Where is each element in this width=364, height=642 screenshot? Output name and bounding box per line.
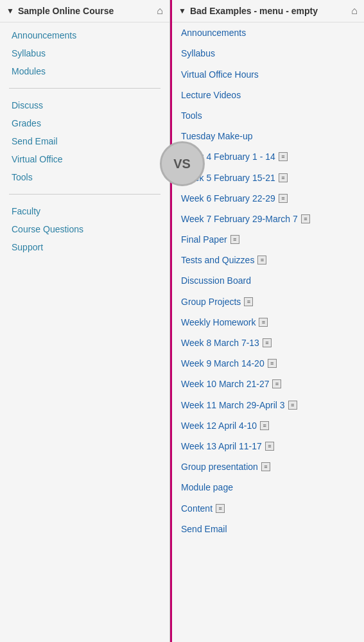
right-nav-item-9[interactable]: Week 7 February 29-March 7≡ <box>172 209 364 229</box>
sub-icon-8: ≡ <box>279 194 288 203</box>
sub-icon-15: ≡ <box>263 338 272 347</box>
right-nav-item-10[interactable]: Final Paper≡ <box>172 229 364 250</box>
left-nav-virtual-office[interactable]: Virtual Office <box>0 150 169 168</box>
sub-icon-16: ≡ <box>268 359 277 368</box>
sub-icon-19: ≡ <box>260 421 269 430</box>
left-nav-discuss[interactable]: Discuss <box>0 96 169 114</box>
left-arrow-icon: ▼ <box>6 6 14 15</box>
sub-icon-6: ≡ <box>279 152 288 161</box>
right-nav: AnnouncementsSyllabusVirtual Office Hour… <box>172 22 364 539</box>
right-nav-item-1[interactable]: Syllabus <box>172 43 364 64</box>
left-nav-faculty[interactable]: Faculty <box>0 202 169 220</box>
vs-circle: VS <box>160 141 205 186</box>
right-nav-item-14[interactable]: Weekly Homework≡ <box>172 312 364 333</box>
sub-icon-11: ≡ <box>257 256 266 265</box>
right-arrow-icon: ▼ <box>178 6 186 15</box>
left-nav-modules[interactable]: Modules <box>0 62 169 80</box>
left-panel: ▼ Sample Online Course ⌂ Announcements S… <box>0 0 170 642</box>
right-nav-item-21[interactable]: Group presentation≡ <box>172 456 364 477</box>
right-nav-item-11[interactable]: Tests and Quizzes≡ <box>172 250 364 270</box>
right-nav-item-17[interactable]: Week 10 March 21-27≡ <box>172 374 364 394</box>
vs-label: VS <box>173 157 191 171</box>
left-top-nav: Announcements Syllabus Modules <box>0 22 169 84</box>
left-panel-title: Sample Online Course <box>18 6 157 16</box>
left-nav-support[interactable]: Support <box>0 238 169 256</box>
right-nav-item-22[interactable]: Module page <box>172 477 364 498</box>
right-nav-item-13[interactable]: Group Projects≡ <box>172 291 364 312</box>
right-nav-item-4[interactable]: Tools <box>172 105 364 126</box>
right-nav-item-24[interactable]: Send Email <box>172 519 364 539</box>
sub-icon-13: ≡ <box>244 297 253 306</box>
left-nav-grades[interactable]: Grades <box>0 114 169 132</box>
right-panel: ▼ Bad Examples - menu - empty ⌂ Announce… <box>170 0 364 642</box>
left-mid-nav: Discuss Grades Send Email Virtual Office… <box>0 92 169 190</box>
left-nav-tools[interactable]: Tools <box>0 168 169 186</box>
sub-icon-18: ≡ <box>288 401 297 410</box>
sub-icon-20: ≡ <box>265 442 274 451</box>
sub-icon-17: ≡ <box>272 379 281 388</box>
right-nav-item-3[interactable]: Lecture Videos <box>172 85 364 105</box>
main-container: ▼ Sample Online Course ⌂ Announcements S… <box>0 0 364 642</box>
left-divider-1 <box>9 88 160 89</box>
right-nav-item-15[interactable]: Week 8 March 7-13≡ <box>172 333 364 353</box>
right-home-icon[interactable]: ⌂ <box>351 5 358 17</box>
right-nav-item-19[interactable]: Week 12 April 4-10≡ <box>172 415 364 436</box>
right-nav-item-12[interactable]: Discussion Board <box>172 270 364 291</box>
right-nav-item-20[interactable]: Week 13 April 11-17≡ <box>172 436 364 456</box>
right-nav-item-18[interactable]: Week 11 March 29-April 3≡ <box>172 395 364 415</box>
sub-icon-10: ≡ <box>230 235 239 244</box>
right-nav-item-0[interactable]: Announcements <box>172 22 364 43</box>
left-bottom-nav: Faculty Course Questions Support <box>0 198 169 260</box>
sub-icon-14: ≡ <box>259 318 268 327</box>
right-nav-item-23[interactable]: Content≡ <box>172 498 364 519</box>
right-nav-item-8[interactable]: Week 6 February 22-29≡ <box>172 188 364 209</box>
right-nav-item-2[interactable]: Virtual Office Hours <box>172 64 364 85</box>
left-panel-header: ▼ Sample Online Course ⌂ <box>0 0 169 22</box>
sub-icon-23: ≡ <box>216 504 225 513</box>
right-panel-header: ▼ Bad Examples - menu - empty ⌂ <box>172 0 364 22</box>
left-nav-syllabus[interactable]: Syllabus <box>0 44 169 62</box>
left-nav-announcements[interactable]: Announcements <box>0 26 169 44</box>
right-nav-item-5[interactable]: Tuesday Make-up <box>172 126 364 146</box>
left-home-icon[interactable]: ⌂ <box>157 5 163 17</box>
left-divider-2 <box>9 194 160 195</box>
sub-icon-21: ≡ <box>261 462 270 471</box>
sub-icon-9: ≡ <box>301 214 310 223</box>
sub-icon-7: ≡ <box>279 173 288 182</box>
left-nav-send-email[interactable]: Send Email <box>0 132 169 150</box>
right-nav-item-16[interactable]: Week 9 March 14-20≡ <box>172 353 364 374</box>
right-panel-title: Bad Examples - menu - empty <box>190 5 347 17</box>
left-nav-course-questions[interactable]: Course Questions <box>0 220 169 238</box>
